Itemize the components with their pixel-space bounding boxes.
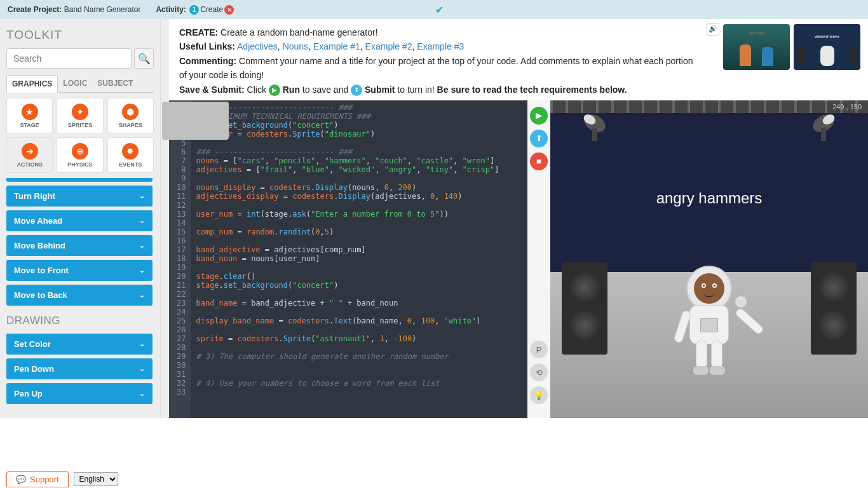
- drawing-heading: DRAWING: [6, 315, 153, 327]
- block-move-ahead[interactable]: Move Ahead⌄: [6, 210, 153, 231]
- hint-button[interactable]: 💡: [530, 386, 548, 404]
- close-activity-icon[interactable]: ✕: [224, 5, 234, 15]
- activity-step-badge[interactable]: 1: [189, 5, 199, 15]
- events-icon: ✸: [122, 143, 139, 159]
- submit-button[interactable]: ⬆: [530, 130, 548, 147]
- physics-icon: ⊕: [72, 143, 88, 159]
- band-name-display: angry hammers: [550, 189, 868, 207]
- chevron-down-icon: ⌄: [139, 192, 145, 200]
- run-controls: ▶ ⬆ ■ P ⟲ 💡: [527, 100, 550, 418]
- search-input[interactable]: [6, 48, 132, 69]
- example-thumb-2[interactable]: wicked wren: [794, 24, 860, 70]
- toolkit-categories: ★STAGE ✦SPRITES ⬢SHAPES ➔ACTIONS ⊕PHYSIC…: [6, 98, 154, 173]
- link-example2[interactable]: Example #2: [365, 41, 412, 51]
- svg-rect-5: [821, 128, 826, 141]
- search-button[interactable]: 🔍: [134, 48, 154, 69]
- run-icon: ▶: [269, 85, 280, 96]
- commenting-label: Commenting:: [179, 56, 236, 66]
- cat-physics[interactable]: ⊕PHYSICS: [57, 137, 103, 173]
- chevron-down-icon: ⌄: [139, 241, 145, 250]
- chevron-down-icon: ⌄: [139, 340, 145, 348]
- cat-sprites[interactable]: ✦SPRITES: [57, 98, 103, 133]
- project-name: Band Name Generator: [64, 5, 141, 14]
- block-set-color[interactable]: Set Color⌄: [6, 334, 153, 355]
- tab-logic[interactable]: LOGIC: [58, 75, 92, 92]
- complete-check-icon[interactable]: ✔: [435, 4, 444, 16]
- topbar: Create Project: Band Name Generator Acti…: [0, 0, 868, 19]
- code-editor[interactable]: 1234567891011121314151617181920212223242…: [169, 100, 527, 418]
- sprites-icon: ✦: [72, 104, 88, 120]
- example-thumb-1[interactable]: band name: [723, 24, 790, 70]
- tab-graphics[interactable]: GRAPHICS: [6, 75, 58, 93]
- chevron-down-icon: ⌄: [139, 291, 145, 299]
- cat-stage[interactable]: ★STAGE: [6, 98, 53, 133]
- search-icon: 🔍: [138, 53, 151, 65]
- toolkit-tabs: GRAPHICS LOGIC SUBJECT: [6, 75, 154, 93]
- stage-coordinates: 249 , 150: [832, 103, 862, 111]
- shapes-icon: ⬢: [122, 104, 139, 120]
- code-content[interactable]: ### -------------------------- ###### MI…: [191, 100, 527, 418]
- volume-icon[interactable]: 🔊: [707, 23, 719, 36]
- speaker-right: [811, 262, 857, 355]
- cat-events[interactable]: ✸EVENTS: [107, 137, 154, 173]
- chevron-down-icon: ⌄: [139, 266, 145, 274]
- project-label: Create Project:: [8, 5, 62, 14]
- toolkit-scrollbar[interactable]: [160, 19, 169, 418]
- links-label: Useful Links:: [179, 41, 235, 51]
- block-list[interactable]: Turn Right⌄ Move Ahead⌄ Move Behind⌄ Mov…: [6, 178, 154, 418]
- link-nouns[interactable]: Nouns: [283, 41, 308, 51]
- link-adjectives[interactable]: Adjectives: [237, 41, 278, 51]
- run-button[interactable]: ▶: [530, 107, 548, 125]
- save-bold: Be sure to read the tech requirements be…: [437, 85, 627, 95]
- link-example1[interactable]: Example #1: [313, 41, 360, 51]
- create-label: CREATE:: [179, 27, 218, 37]
- block-move-back[interactable]: Move to Back⌄: [6, 285, 153, 306]
- tab-subject[interactable]: SUBJECT: [92, 75, 138, 92]
- chevron-down-icon: ⌄: [139, 365, 145, 373]
- speaker-left: [562, 262, 607, 355]
- block-turn-right[interactable]: Turn Right⌄: [6, 186, 153, 207]
- submit-icon: ⬆: [351, 85, 362, 96]
- astronaut-sprite: [674, 266, 744, 380]
- run-word: Run: [283, 85, 300, 95]
- submit-word: Submit: [365, 85, 395, 95]
- chevron-down-icon: ⌄: [139, 217, 145, 225]
- activity-label: Activity:: [156, 5, 186, 14]
- activity-name: Create: [200, 5, 223, 14]
- spotlight-right: [804, 111, 843, 149]
- save-label: Save & Submit:: [179, 85, 245, 95]
- cat-actions[interactable]: ➔ACTIONS: [6, 137, 53, 173]
- link-example3[interactable]: Example #3: [417, 41, 464, 51]
- block-pen-down[interactable]: Pen Down⌄: [6, 358, 153, 379]
- output-stage[interactable]: 249 , 150 angry hammers: [550, 100, 868, 418]
- line-gutter: 1234567891011121314151617181920212223242…: [169, 100, 191, 418]
- create-text: Create a random band-name generator!: [220, 27, 377, 37]
- commenting-text: Comment your name and a title for your p…: [179, 56, 693, 80]
- stop-button[interactable]: ■: [530, 152, 548, 170]
- reset-button[interactable]: ⟲: [530, 363, 548, 381]
- stage-icon: ★: [22, 104, 38, 120]
- block-pen-up[interactable]: Pen Up⌄: [6, 383, 153, 404]
- actions-icon: ➔: [22, 143, 38, 159]
- block-move-behind[interactable]: Move Behind⌄: [6, 235, 153, 256]
- block-move-front[interactable]: Move to Front⌄: [6, 260, 153, 281]
- toolkit-panel: TOOLKIT 🔍 GRAPHICS LOGIC SUBJECT ★STAGE …: [0, 19, 160, 418]
- instructions-panel: 🔊 band name wicked wren CREATE: Create a…: [169, 19, 868, 100]
- toolkit-title: TOOLKIT: [6, 28, 154, 42]
- svg-rect-2: [592, 128, 597, 141]
- spotlight-left: [576, 111, 614, 149]
- pause-button[interactable]: P: [530, 341, 548, 358]
- cat-shapes[interactable]: ⬢SHAPES: [107, 98, 154, 133]
- chevron-down-icon: ⌄: [139, 390, 145, 398]
